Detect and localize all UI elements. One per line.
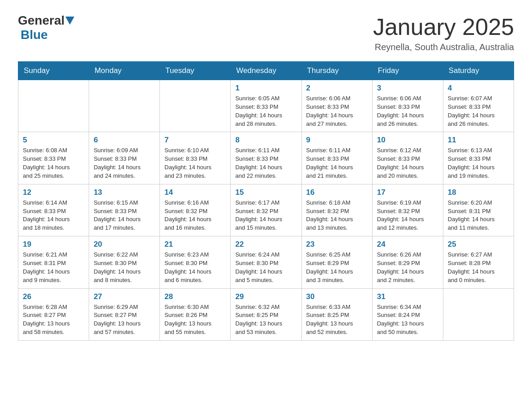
day-number: 29: [235, 292, 296, 301]
calendar-week-4: 19Sunrise: 6:21 AMSunset: 8:31 PMDayligh…: [18, 236, 514, 288]
logo-blue-text: Blue: [21, 28, 48, 42]
calendar-cell: 27Sunrise: 6:29 AMSunset: 8:27 PMDayligh…: [89, 288, 160, 340]
calendar-cell: 5Sunrise: 6:08 AMSunset: 8:33 PMDaylight…: [18, 132, 89, 184]
day-number: 5: [23, 136, 84, 145]
day-info: Sunrise: 6:27 AMSunset: 8:28 PMDaylight:…: [448, 251, 509, 284]
logo: General Blue: [18, 13, 74, 42]
day-info: Sunrise: 6:06 AMSunset: 8:33 PMDaylight:…: [306, 94, 368, 128]
calendar-cell: 13Sunrise: 6:15 AMSunset: 8:33 PMDayligh…: [89, 184, 160, 236]
day-number: 23: [306, 240, 368, 249]
calendar-header-row: SundayMondayTuesdayWednesdayThursdayFrid…: [18, 62, 514, 80]
calendar-header-tuesday: Tuesday: [160, 62, 231, 80]
day-info: Sunrise: 6:20 AMSunset: 8:31 PMDaylight:…: [448, 199, 509, 232]
calendar-cell: 22Sunrise: 6:24 AMSunset: 8:30 PMDayligh…: [231, 236, 301, 288]
day-number: 15: [235, 188, 296, 197]
day-info: Sunrise: 6:22 AMSunset: 8:30 PMDaylight:…: [94, 251, 155, 284]
day-info: Sunrise: 6:25 AMSunset: 8:29 PMDaylight:…: [306, 251, 368, 284]
calendar-cell: 23Sunrise: 6:25 AMSunset: 8:29 PMDayligh…: [301, 236, 372, 288]
calendar-cell: 8Sunrise: 6:11 AMSunset: 8:33 PMDaylight…: [231, 132, 301, 184]
calendar-cell: [18, 80, 89, 132]
day-info: Sunrise: 6:11 AMSunset: 8:33 PMDaylight:…: [235, 146, 296, 180]
calendar-cell: 6Sunrise: 6:09 AMSunset: 8:33 PMDaylight…: [89, 132, 160, 184]
day-number: 14: [164, 188, 226, 197]
day-info: Sunrise: 6:21 AMSunset: 8:31 PMDaylight:…: [23, 251, 84, 284]
day-info: Sunrise: 6:18 AMSunset: 8:32 PMDaylight:…: [306, 199, 368, 232]
day-info: Sunrise: 6:34 AMSunset: 8:24 PMDaylight:…: [377, 303, 438, 337]
day-number: 28: [164, 292, 226, 301]
calendar-cell: 15Sunrise: 6:17 AMSunset: 8:32 PMDayligh…: [231, 184, 301, 236]
day-info: Sunrise: 6:29 AMSunset: 8:27 PMDaylight:…: [94, 303, 155, 337]
day-info: Sunrise: 6:28 AMSunset: 8:27 PMDaylight:…: [23, 303, 84, 337]
calendar-week-2: 5Sunrise: 6:08 AMSunset: 8:33 PMDaylight…: [18, 132, 514, 184]
calendar-header-sunday: Sunday: [18, 62, 89, 80]
day-number: 1: [235, 84, 296, 93]
day-number: 9: [306, 136, 368, 145]
day-info: Sunrise: 6:10 AMSunset: 8:33 PMDaylight:…: [164, 146, 226, 180]
calendar-cell: [443, 288, 514, 340]
calendar-header-thursday: Thursday: [301, 62, 372, 80]
day-info: Sunrise: 6:19 AMSunset: 8:32 PMDaylight:…: [377, 199, 438, 232]
calendar-cell: 16Sunrise: 6:18 AMSunset: 8:32 PMDayligh…: [301, 184, 372, 236]
calendar-cell: 28Sunrise: 6:30 AMSunset: 8:26 PMDayligh…: [160, 288, 231, 340]
calendar-cell: 29Sunrise: 6:32 AMSunset: 8:25 PMDayligh…: [231, 288, 301, 340]
calendar-cell: [160, 80, 231, 132]
day-info: Sunrise: 6:06 AMSunset: 8:33 PMDaylight:…: [377, 94, 438, 128]
day-number: 25: [448, 240, 509, 249]
day-number: 12: [23, 188, 84, 197]
logo-arrow-icon: [65, 17, 74, 26]
day-info: Sunrise: 6:12 AMSunset: 8:33 PMDaylight:…: [377, 146, 438, 180]
day-info: Sunrise: 6:11 AMSunset: 8:33 PMDaylight:…: [306, 146, 368, 180]
day-info: Sunrise: 6:26 AMSunset: 8:29 PMDaylight:…: [377, 251, 438, 284]
day-number: 13: [94, 188, 155, 197]
day-number: 19: [23, 240, 84, 249]
day-info: Sunrise: 6:08 AMSunset: 8:33 PMDaylight:…: [23, 146, 84, 180]
day-number: 26: [23, 292, 84, 301]
calendar-cell: 3Sunrise: 6:06 AMSunset: 8:33 PMDaylight…: [372, 80, 443, 132]
calendar-header-wednesday: Wednesday: [231, 62, 301, 80]
calendar-cell: 30Sunrise: 6:33 AMSunset: 8:25 PMDayligh…: [301, 288, 372, 340]
calendar-cell: 18Sunrise: 6:20 AMSunset: 8:31 PMDayligh…: [443, 184, 514, 236]
day-info: Sunrise: 6:32 AMSunset: 8:25 PMDaylight:…: [235, 303, 296, 337]
day-info: Sunrise: 6:05 AMSunset: 8:33 PMDaylight:…: [235, 94, 296, 128]
day-info: Sunrise: 6:17 AMSunset: 8:32 PMDaylight:…: [235, 199, 296, 232]
day-number: 18: [448, 188, 509, 197]
day-info: Sunrise: 6:13 AMSunset: 8:33 PMDaylight:…: [448, 146, 509, 180]
day-number: 4: [448, 84, 509, 93]
day-number: 21: [164, 240, 226, 249]
day-number: 10: [377, 136, 438, 145]
title-section: January 2025 Reynella, South Australia, …: [373, 13, 514, 52]
day-number: 22: [235, 240, 296, 249]
day-number: 17: [377, 188, 438, 197]
calendar-title: January 2025: [373, 13, 514, 40]
day-info: Sunrise: 6:15 AMSunset: 8:33 PMDaylight:…: [94, 199, 155, 232]
calendar-cell: 10Sunrise: 6:12 AMSunset: 8:33 PMDayligh…: [372, 132, 443, 184]
calendar-cell: 21Sunrise: 6:23 AMSunset: 8:30 PMDayligh…: [160, 236, 231, 288]
calendar-cell: 20Sunrise: 6:22 AMSunset: 8:30 PMDayligh…: [89, 236, 160, 288]
calendar-cell: 11Sunrise: 6:13 AMSunset: 8:33 PMDayligh…: [443, 132, 514, 184]
day-number: 24: [377, 240, 438, 249]
calendar-cell: 2Sunrise: 6:06 AMSunset: 8:33 PMDaylight…: [301, 80, 372, 132]
calendar-cell: 17Sunrise: 6:19 AMSunset: 8:32 PMDayligh…: [372, 184, 443, 236]
day-number: 7: [164, 136, 226, 145]
calendar-week-1: 1Sunrise: 6:05 AMSunset: 8:33 PMDaylight…: [18, 80, 514, 132]
day-info: Sunrise: 6:16 AMSunset: 8:32 PMDaylight:…: [164, 199, 226, 232]
calendar-week-3: 12Sunrise: 6:14 AMSunset: 8:33 PMDayligh…: [18, 184, 514, 236]
calendar-cell: 1Sunrise: 6:05 AMSunset: 8:33 PMDaylight…: [231, 80, 301, 132]
day-number: 30: [306, 292, 368, 301]
day-number: 16: [306, 188, 368, 197]
day-number: 31: [377, 292, 438, 301]
day-number: 3: [377, 84, 438, 93]
calendar-cell: 7Sunrise: 6:10 AMSunset: 8:33 PMDaylight…: [160, 132, 231, 184]
day-number: 27: [94, 292, 155, 301]
calendar-subtitle: Reynella, South Australia, Australia: [373, 42, 514, 52]
calendar-cell: 19Sunrise: 6:21 AMSunset: 8:31 PMDayligh…: [18, 236, 89, 288]
calendar-week-5: 26Sunrise: 6:28 AMSunset: 8:27 PMDayligh…: [18, 288, 514, 340]
calendar-header-friday: Friday: [372, 62, 443, 80]
day-number: 8: [235, 136, 296, 145]
calendar-cell: 25Sunrise: 6:27 AMSunset: 8:28 PMDayligh…: [443, 236, 514, 288]
calendar-table: SundayMondayTuesdayWednesdayThursdayFrid…: [18, 61, 514, 341]
day-info: Sunrise: 6:23 AMSunset: 8:30 PMDaylight:…: [164, 251, 226, 284]
calendar-cell: 24Sunrise: 6:26 AMSunset: 8:29 PMDayligh…: [372, 236, 443, 288]
calendar-cell: 26Sunrise: 6:28 AMSunset: 8:27 PMDayligh…: [18, 288, 89, 340]
day-info: Sunrise: 6:33 AMSunset: 8:25 PMDaylight:…: [306, 303, 368, 337]
